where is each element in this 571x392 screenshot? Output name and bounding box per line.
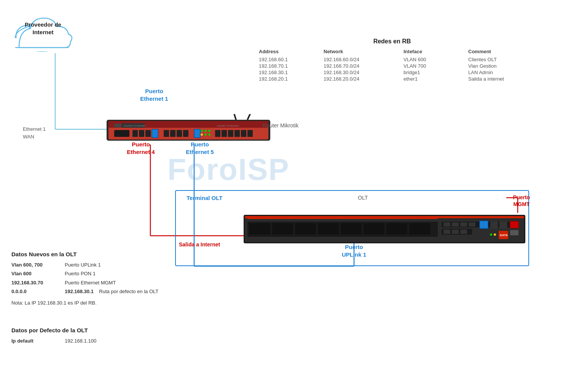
svg-rect-24 bbox=[145, 130, 151, 137]
svg-rect-70 bbox=[499, 222, 507, 229]
watermark: ForoISP bbox=[167, 152, 290, 187]
redes-row4-addr: 192.168.20.1 bbox=[259, 76, 320, 82]
svg-rect-75 bbox=[510, 221, 518, 228]
svg-rect-64 bbox=[443, 222, 450, 227]
defecto-row1-col2: 192.168.1.100 bbox=[65, 336, 164, 345]
svg-rect-68 bbox=[480, 221, 488, 229]
svg-rect-40 bbox=[234, 130, 240, 137]
redes-col-network: Network bbox=[324, 49, 400, 54]
datos-row2-col2: Puerto PON 1 bbox=[65, 269, 187, 278]
svg-rect-21 bbox=[114, 130, 129, 137]
redes-row4-comment: Salida a internet bbox=[468, 76, 544, 82]
redes-rb-title: Redes en RB bbox=[259, 38, 525, 45]
redes-col-comment: Comment bbox=[468, 49, 544, 54]
svg-rect-59 bbox=[341, 223, 362, 235]
svg-point-31 bbox=[201, 130, 203, 132]
svg-rect-69 bbox=[490, 222, 498, 229]
router-device: GIGABIT ETHERNET GIGABIT ETHERNET bbox=[107, 114, 270, 144]
svg-point-80 bbox=[494, 233, 496, 236]
datos-nuevos-section: Datos Nuevos en la OLT Vlan 600, 700 Pue… bbox=[11, 251, 187, 307]
isp-label: Proveedor de Internet bbox=[18, 21, 68, 36]
redes-col-interface: Inteface bbox=[404, 49, 464, 54]
terminal-olt-label: Terminal OLT bbox=[187, 195, 222, 201]
svg-line-43 bbox=[228, 114, 236, 120]
redes-row1-iface: VLAN 600 bbox=[404, 57, 464, 62]
redes-row3-addr: 192.168.30.1 bbox=[259, 70, 320, 75]
redes-row1-addr: 192.168.60.1 bbox=[259, 57, 320, 62]
svg-rect-76 bbox=[510, 230, 518, 235]
redes-row4-iface: ether1 bbox=[404, 76, 464, 82]
svg-rect-30 bbox=[183, 130, 188, 137]
datos-defecto-title: Datos por Defecto de la OLT bbox=[11, 327, 164, 333]
svg-rect-56 bbox=[272, 223, 293, 235]
datos-note: Nota: La IP 192.168.30.1 es IP del RB. bbox=[11, 298, 187, 307]
datos-ruta-col2-3: 192.168.30.1 Ruta por defecto en la OLT bbox=[65, 287, 187, 296]
svg-rect-67 bbox=[469, 222, 475, 227]
svg-rect-37 bbox=[215, 130, 220, 137]
datos-row1-col2: Puerto UPLink 1 bbox=[65, 260, 187, 269]
olt-device: DATA bbox=[244, 211, 525, 249]
redes-row1-comment: Clientes OLT bbox=[468, 57, 544, 62]
svg-rect-66 bbox=[460, 222, 467, 227]
svg-rect-47 bbox=[114, 124, 121, 127]
svg-line-44 bbox=[247, 114, 259, 120]
redes-col-address: Address bbox=[259, 49, 320, 54]
defecto-row1-col1: Ip default bbox=[11, 336, 65, 345]
svg-point-33 bbox=[208, 130, 211, 132]
datos-row3-col1: 192.168.30.70 bbox=[11, 278, 65, 287]
svg-text:GIGABIT ETHERNET: GIGABIT ETHERNET bbox=[217, 125, 239, 127]
svg-rect-38 bbox=[222, 130, 227, 137]
puerto-mgmt-label: Puerto MGMT bbox=[502, 194, 541, 208]
datos-row1-col1: Vlan 600, 700 bbox=[11, 260, 65, 269]
svg-point-36 bbox=[208, 133, 211, 136]
svg-rect-62 bbox=[409, 223, 430, 235]
svg-text:DATA: DATA bbox=[500, 233, 508, 237]
redes-row2-addr: 192.168.70.1 bbox=[259, 63, 320, 69]
svg-rect-65 bbox=[452, 222, 459, 227]
datos-defecto-section: Datos por Defecto de la OLT Ip default 1… bbox=[11, 327, 164, 345]
svg-rect-22 bbox=[132, 130, 138, 137]
eth1-wan-label: Ethernet 1 WAN bbox=[23, 125, 46, 140]
svg-rect-28 bbox=[170, 130, 175, 137]
redes-rb-section: Redes en RB Address Network Inteface Com… bbox=[259, 38, 525, 82]
svg-rect-58 bbox=[318, 223, 339, 235]
redes-row4-net: 192.168.20.0/24 bbox=[324, 76, 400, 82]
puerto-ethernet5-label: Puerto Ethernet 5 bbox=[173, 141, 226, 156]
svg-text:GIGABIT ETHERNET: GIGABIT ETHERNET bbox=[124, 125, 146, 127]
svg-rect-73 bbox=[452, 230, 459, 234]
svg-rect-39 bbox=[228, 130, 233, 137]
puerto-ethernet4-label: Puerto Ethernet 4 bbox=[114, 141, 167, 156]
salida-internet-label: Salida a Internet bbox=[179, 241, 220, 248]
redes-rb-table: Address Network Inteface Comment 192.168… bbox=[259, 49, 525, 82]
svg-rect-74 bbox=[460, 230, 467, 234]
svg-rect-42 bbox=[247, 130, 253, 137]
svg-rect-61 bbox=[386, 223, 407, 235]
svg-rect-53 bbox=[245, 216, 524, 218]
svg-point-32 bbox=[204, 130, 207, 132]
svg-rect-60 bbox=[364, 223, 384, 235]
datos-nuevos-title: Datos Nuevos en la OLT bbox=[11, 251, 187, 257]
svg-rect-57 bbox=[295, 223, 316, 235]
redes-row2-net: 192.168.70.0/24 bbox=[324, 63, 400, 69]
puerto-ethernet1-label: Puerto Ethernet 1 bbox=[129, 87, 179, 102]
svg-rect-55 bbox=[249, 223, 270, 235]
redes-row2-iface: VLAN 700 bbox=[404, 63, 464, 69]
svg-rect-81 bbox=[247, 218, 438, 219]
redes-row1-net: 192.168.60.0/24 bbox=[324, 57, 400, 62]
datos-row2-col1: Vlan 600 bbox=[11, 269, 65, 278]
datos-row3-col2: Puerto Ethernet MGMT bbox=[65, 278, 187, 287]
olt-device-label: OLT bbox=[358, 195, 368, 201]
datos-ruta-col1: 0.0.0.0 bbox=[11, 287, 65, 296]
svg-point-79 bbox=[490, 233, 492, 236]
router-mikrotik-label: Router Mikrotik bbox=[263, 122, 298, 129]
svg-point-34 bbox=[201, 133, 203, 136]
redes-row3-net: 192.168.30.0/24 bbox=[324, 70, 400, 75]
svg-point-35 bbox=[204, 133, 207, 136]
redes-row2-comment: Vlan Gestion bbox=[468, 63, 544, 69]
svg-rect-25 bbox=[152, 129, 158, 138]
redes-row3-comment: LAN Admin bbox=[468, 70, 544, 75]
svg-rect-26 bbox=[194, 129, 200, 138]
svg-rect-41 bbox=[241, 130, 246, 137]
redes-row3-iface: bridge1 bbox=[404, 70, 464, 75]
svg-rect-23 bbox=[139, 130, 144, 137]
